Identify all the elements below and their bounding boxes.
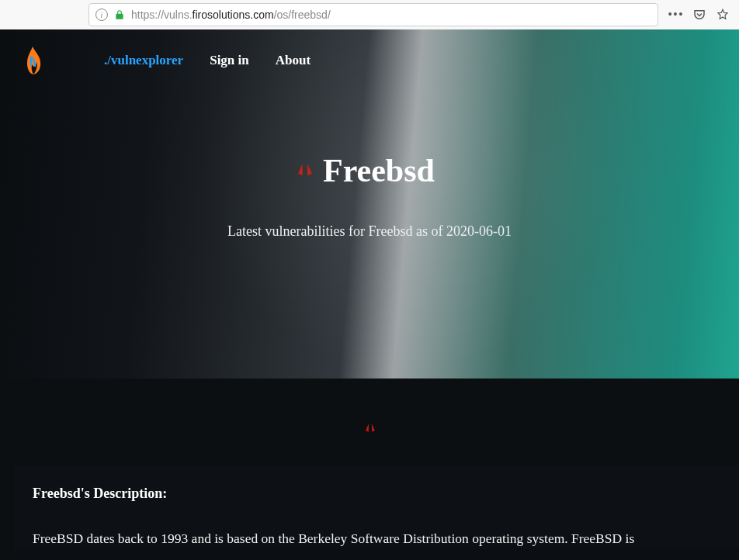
lock-icon bbox=[114, 9, 125, 20]
toolbar-icons: ••• bbox=[663, 8, 736, 22]
description-section: Freebsd's Description: FreeBSD dates bac… bbox=[0, 379, 739, 549]
top-nav: ./vulnexplorer Sign in About bbox=[0, 29, 739, 92]
site-info-icon[interactable]: i bbox=[95, 9, 108, 21]
pocket-icon[interactable] bbox=[692, 8, 706, 22]
description-card: Freebsd's Description: FreeBSD dates bac… bbox=[14, 465, 739, 549]
bookmark-star-icon[interactable] bbox=[716, 8, 730, 22]
description-body: FreeBSD dates back to 1993 and is based … bbox=[33, 528, 720, 549]
nav-link-vulnexplorer[interactable]: ./vulnexplorer bbox=[104, 53, 183, 68]
page-title-row: Freebsd bbox=[304, 152, 435, 189]
page-title: Freebsd bbox=[323, 152, 435, 189]
description-heading: Freebsd's Description: bbox=[33, 486, 720, 502]
site-logo-icon[interactable] bbox=[20, 45, 47, 76]
hero-section: ./vulnexplorer Sign in About Freebsd Lat… bbox=[0, 29, 739, 379]
nav-link-about[interactable]: About bbox=[276, 53, 311, 68]
url-text: https://vulns.firosolutions.com/os/freeb… bbox=[131, 9, 645, 21]
page-actions-icon[interactable]: ••• bbox=[669, 8, 683, 22]
nav-link-signin[interactable]: Sign in bbox=[210, 53, 249, 68]
page-subtitle: Latest vulnerabilities for Freebsd as of… bbox=[0, 223, 739, 240]
browser-url-bar: i https://vulns.firosolutions.com/os/fre… bbox=[0, 0, 739, 29]
url-input[interactable]: i https://vulns.firosolutions.com/os/fre… bbox=[88, 3, 658, 26]
